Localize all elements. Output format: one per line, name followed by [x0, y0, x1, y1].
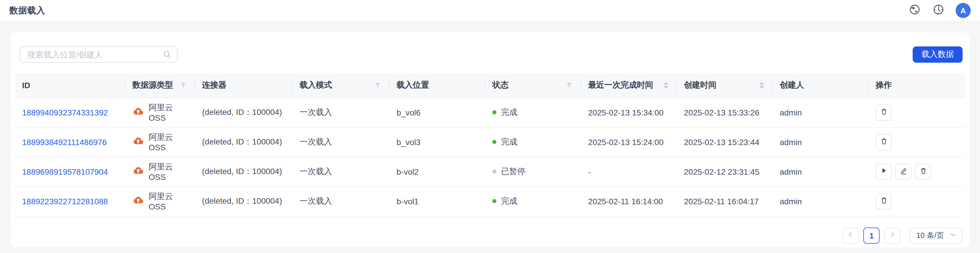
next-page-button[interactable]: [885, 227, 901, 243]
col-label: 创建人: [780, 80, 804, 91]
sort-icon[interactable]: [759, 81, 765, 89]
topbar: 数据载入: [0, 0, 980, 21]
data-load-card: 载入数据 ID 数据源类型 连接器 载入模式 载入位置 状态: [10, 32, 970, 247]
trash-icon: [879, 196, 888, 206]
status-badge: 完成: [492, 196, 576, 206]
edit-button[interactable]: [895, 163, 912, 180]
row-id-link[interactable]: 1889698919578107904: [22, 167, 108, 176]
chevron-down-icon: [950, 231, 956, 240]
aliyun-oss-cloud-icon: [132, 194, 144, 208]
table-row: 1889940932374331392 阿里云 OSS (deleted, ID…: [15, 97, 965, 127]
connector-cell: (deleted, ID：100004): [195, 186, 293, 216]
aliyun-oss-cloud-icon: [132, 135, 144, 148]
table-row: 1889223922712281088 阿里云 OSS (deleted, ID…: [15, 186, 965, 216]
status-badge: 完成: [492, 107, 576, 118]
page-size-value: 10 条/页: [916, 230, 944, 240]
location-cell: b-vol1: [390, 186, 485, 216]
toolbar: 载入数据: [15, 46, 965, 63]
col-label: 创建时间: [684, 80, 716, 91]
row-id-link[interactable]: 1889938492111486976: [22, 137, 107, 146]
last-finish-time-cell: -: [581, 157, 677, 186]
user-avatar[interactable]: A: [956, 3, 971, 18]
source-type-cell: 阿里云 OSS: [132, 162, 191, 181]
table-row: 1889938492111486976 阿里云 OSS (deleted, ID…: [15, 127, 965, 157]
page-number-button[interactable]: 1: [864, 227, 880, 243]
data-load-table: ID 数据源类型 连接器 载入模式 载入位置 状态 最近一次完成时间 创建时间 …: [15, 73, 965, 216]
location-cell: b_vol3: [390, 127, 485, 157]
source-type-label: 阿里云 OSS: [149, 132, 191, 152]
connector-cell: (deleted, ID：100004): [195, 97, 293, 127]
filter-icon[interactable]: [374, 81, 382, 89]
col-label: 载入位置: [396, 80, 429, 91]
row-actions: [875, 163, 960, 180]
col-header-last-finish-time: 最近一次完成时间: [581, 73, 677, 97]
col-header-mode: 载入模式: [293, 73, 390, 97]
language-globe-button[interactable]: [908, 4, 921, 17]
create-time-cell: 2025-02-12 23:31:45: [677, 157, 773, 186]
trash-icon: [879, 107, 888, 118]
trash-icon: [919, 166, 928, 177]
source-type-label: 阿里云 OSS: [149, 191, 191, 211]
sort-icon[interactable]: [663, 81, 669, 89]
connector-cell: (deleted, ID：100004): [195, 127, 293, 157]
creator-cell: admin: [773, 97, 869, 127]
col-label: 载入模式: [299, 80, 332, 91]
mode-cell: 一次载入: [293, 97, 390, 127]
last-finish-time-cell: 2025-02-13 15:24:00: [581, 127, 677, 157]
row-id-link[interactable]: 1889940932374331392: [22, 108, 108, 117]
col-header-location: 载入位置: [390, 73, 485, 97]
delete-button[interactable]: [915, 163, 931, 180]
source-type-label: 阿里云 OSS: [149, 102, 191, 122]
aliyun-oss-cloud-icon: [132, 165, 144, 178]
table-row: 1889698919578107904 阿里云 OSS (deleted, ID…: [15, 157, 965, 186]
create-time-cell: 2025-02-13 15:23:44: [677, 127, 773, 157]
status-label: 完成: [501, 196, 517, 206]
pencil-icon: [899, 166, 908, 177]
create-time-cell: 2025-02-11 16:04:17: [677, 186, 773, 216]
history-clock-button[interactable]: [932, 4, 945, 17]
delete-button[interactable]: [875, 104, 892, 120]
status-dot-icon: [492, 199, 496, 203]
location-cell: b-vol2: [390, 157, 485, 186]
status-dot-icon: [492, 169, 496, 173]
status-dot-icon: [492, 110, 496, 114]
col-label: 最近一次完成时间: [588, 80, 653, 91]
page-title: 数据载入: [9, 5, 45, 16]
search-icon: [162, 49, 172, 62]
mode-cell: 一次载入: [293, 127, 390, 157]
delete-button[interactable]: [875, 134, 892, 150]
mode-cell: 一次载入: [293, 186, 390, 216]
source-type-cell: 阿里云 OSS: [132, 132, 191, 152]
col-header-connector: 连接器: [195, 73, 293, 97]
play-icon: [880, 167, 888, 177]
status-badge: 完成: [492, 137, 576, 147]
resume-play-button[interactable]: [875, 163, 892, 180]
create-time-cell: 2025-02-13 15:33:26: [677, 97, 773, 127]
col-header-status: 状态: [485, 73, 581, 97]
row-id-link[interactable]: 1889223922712281088: [22, 196, 108, 206]
col-header-source-type: 数据源类型: [126, 73, 195, 97]
search-input[interactable]: [20, 46, 178, 63]
col-label: 数据源类型: [132, 80, 173, 91]
trash-icon: [879, 137, 888, 147]
col-header-id: ID: [15, 73, 126, 97]
chevron-right-icon: [889, 231, 896, 240]
creator-cell: admin: [773, 127, 869, 157]
filter-icon[interactable]: [565, 81, 573, 89]
aliyun-oss-cloud-icon: [132, 106, 144, 119]
row-actions: [875, 104, 960, 120]
col-header-create-time: 创建时间: [677, 73, 773, 97]
location-cell: b_vol6: [390, 97, 485, 127]
delete-button[interactable]: [875, 193, 892, 209]
row-actions: [875, 134, 960, 150]
chevron-left-icon: [847, 231, 854, 240]
load-data-button[interactable]: 载入数据: [913, 46, 963, 63]
page-size-select[interactable]: 10 条/页: [910, 227, 963, 243]
filter-icon[interactable]: [180, 81, 187, 89]
col-header-creator: 创建人: [773, 73, 869, 97]
last-finish-time-cell: 2025-02-11 16:14:00: [581, 186, 677, 216]
prev-page-button[interactable]: [843, 227, 859, 243]
col-label: 操作: [875, 80, 892, 91]
search-box: [20, 46, 178, 63]
last-finish-time-cell: 2025-02-13 15:34:00: [581, 97, 677, 127]
